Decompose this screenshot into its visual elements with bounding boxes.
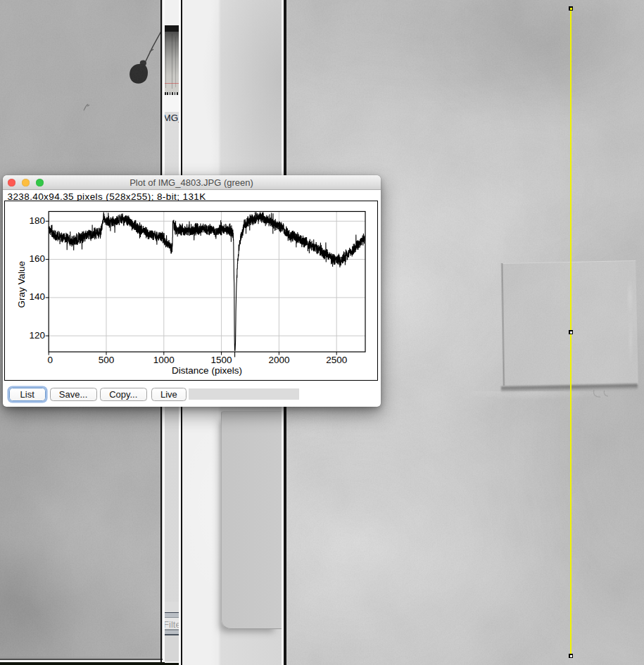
svg-text:140: 140: [29, 291, 45, 302]
svg-text:1500: 1500: [210, 355, 232, 365]
svg-text:120: 120: [29, 330, 45, 341]
svg-text:Gray Value: Gray Value: [16, 261, 27, 308]
svg-text:Distance (pixels): Distance (pixels): [172, 365, 242, 376]
svg-text:500: 500: [98, 355, 114, 365]
svg-text:2500: 2500: [326, 355, 347, 365]
svg-text:1000: 1000: [153, 355, 174, 365]
svg-text:2000: 2000: [268, 355, 289, 365]
svg-text:180: 180: [29, 215, 45, 226]
svg-text:160: 160: [29, 253, 45, 264]
svg-text:0: 0: [47, 355, 53, 365]
